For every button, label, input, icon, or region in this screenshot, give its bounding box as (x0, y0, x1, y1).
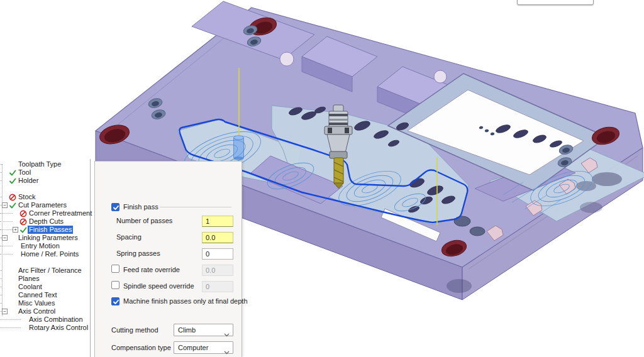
tree-item-label: Canned Text (17, 291, 58, 299)
icon-spacer (9, 234, 16, 242)
tree-item-corner-pretreatment[interactable]: Corner Pretreatment (0, 209, 90, 217)
compensation-type-dropdown[interactable]: Computer (174, 341, 233, 354)
clipped-toolbar[interactable] (517, 0, 594, 5)
tree-item-axis-combination[interactable]: Axis Combination (0, 316, 90, 324)
chevron-down-icon (224, 329, 230, 340)
expand-spacer (13, 219, 18, 224)
finish-pass-label: Finish pass (123, 203, 158, 211)
number-of-passes-field[interactable]: 1 (202, 216, 233, 227)
tree-item-misc-values[interactable]: Misc Values (0, 299, 90, 307)
spindle-speed-override-label: Spindle speed override (123, 282, 194, 290)
tree-item-rotary-axis-control[interactable]: Rotary Axis Control (0, 324, 90, 332)
expand-spacer (2, 276, 8, 282)
check-icon (9, 169, 16, 177)
tree-connector (0, 283, 2, 291)
finish-passes-panel: Finish pass Number of passes1Spacing0.0S… (94, 161, 242, 357)
expand-minus-icon[interactable]: − (2, 309, 8, 314)
tree-connector (0, 193, 2, 201)
tree-item-label: Depth Cuts (28, 217, 65, 226)
tree-connector (0, 234, 2, 242)
tree-item-arc-filter-tolerance[interactable]: Arc Filter / Tolerance (0, 266, 90, 275)
check-icon (9, 177, 16, 185)
tree-connector (0, 201, 2, 209)
chevron-down-icon (224, 346, 230, 357)
tree-item-toolpath-type[interactable]: Toolpath Type (0, 160, 90, 168)
tree-item-coolant[interactable]: Coolant (0, 283, 90, 291)
blocked-icon (9, 194, 16, 201)
tree-item-label: Linking Parameters (17, 234, 79, 242)
spacing-field[interactable]: 0.0 (202, 232, 233, 243)
tree-connector (0, 291, 2, 299)
expand-spacer (2, 284, 8, 290)
tree-item-holder[interactable]: Holder (0, 177, 90, 185)
icon-spacer (9, 275, 16, 283)
icon-spacer (9, 283, 16, 291)
tree-connector (0, 299, 2, 307)
cutting-method-dropdown[interactable]: Climb (174, 324, 233, 336)
tree-item-planes[interactable]: Planes (0, 275, 90, 283)
tree-connector (0, 316, 21, 324)
tree-item-home-ref-points[interactable]: Home / Ref. Points (0, 250, 90, 258)
tree-item-label: Rotary Axis Control (28, 324, 89, 332)
check-icon (113, 299, 119, 305)
tree-item-stock[interactable]: Stock (0, 193, 90, 201)
expand-spacer (2, 194, 8, 200)
expand-spacer (21, 317, 26, 322)
tree-connector (0, 307, 2, 316)
check-icon (9, 169, 16, 177)
icon-spacer (9, 292, 16, 299)
machine-finish-checkbox[interactable] (111, 297, 119, 305)
tree-item-label: Corner Pretreatment (28, 209, 93, 217)
check-icon (9, 202, 16, 209)
tree-item-label: Tool (17, 168, 32, 177)
tree-item-linking-parameters[interactable]: −Linking Parameters (0, 234, 90, 242)
tree-item-finish-passes[interactable]: +Finish Passes (0, 226, 90, 234)
blocked-icon (19, 210, 27, 217)
tree-connector (0, 217, 13, 226)
expand-spacer (2, 170, 8, 175)
tree-item-cut-parameters[interactable]: −Cut Parameters (0, 201, 90, 209)
tree-item-label: Finish Passes (28, 226, 73, 234)
tree-item-label: Coolant (17, 283, 43, 291)
spring-passes-field[interactable]: 0 (202, 248, 233, 260)
blocked-icon (9, 194, 16, 201)
expand-spacer (2, 300, 8, 306)
tree-item-label: Holder (17, 177, 40, 185)
spring-passes-label: Spring passes (116, 250, 160, 257)
tree-item-depth-cuts[interactable]: Depth Cuts (0, 217, 90, 226)
tree-item-canned-text[interactable]: Canned Text (0, 291, 90, 299)
tree-connector (0, 275, 2, 283)
tree-connector (0, 226, 13, 234)
expand-plus-icon[interactable]: + (13, 227, 18, 233)
tree-connector (0, 250, 13, 258)
tree-item-label: Home / Ref. Points (19, 250, 80, 258)
spindle-speed-override-checkbox[interactable] (111, 281, 119, 289)
tree-item-tool[interactable]: Tool (0, 168, 90, 177)
expand-spacer (13, 251, 18, 257)
check-icon (113, 204, 119, 211)
feed-rate-override-checkbox[interactable] (111, 265, 119, 273)
toolpath-parameter-tree: Toolpath TypeToolHolderStock−Cut Paramet… (0, 157, 90, 357)
tree-item-entry-motion[interactable]: Entry Motion (0, 242, 90, 250)
tree-item-label: Axis Control (17, 307, 57, 316)
tree-item-label: Axis Combination (28, 316, 84, 324)
icon-spacer (9, 308, 16, 316)
groupbox-line (160, 207, 231, 207)
cutting-method-value: Climb (178, 326, 196, 334)
expand-minus-icon[interactable]: − (2, 202, 8, 208)
tree-item-axis-control[interactable]: −Axis Control (0, 307, 90, 316)
expand-spacer (13, 243, 18, 249)
icon-spacer (9, 267, 16, 275)
expand-spacer (2, 268, 8, 273)
icon-spacer (9, 161, 16, 168)
tree-item-label: Cut Parameters (17, 201, 68, 209)
tree-connector (0, 160, 2, 168)
cutting-method-label: Cutting method (111, 326, 158, 334)
expand-minus-icon[interactable]: − (2, 235, 8, 241)
finish-pass-checkbox[interactable] (111, 203, 119, 211)
tree-item-label: Planes (17, 275, 41, 283)
ghost-tool-cylinder (234, 136, 244, 160)
panel-divider[interactable] (90, 159, 91, 357)
blocked-icon (19, 218, 27, 226)
check-icon (19, 226, 27, 234)
